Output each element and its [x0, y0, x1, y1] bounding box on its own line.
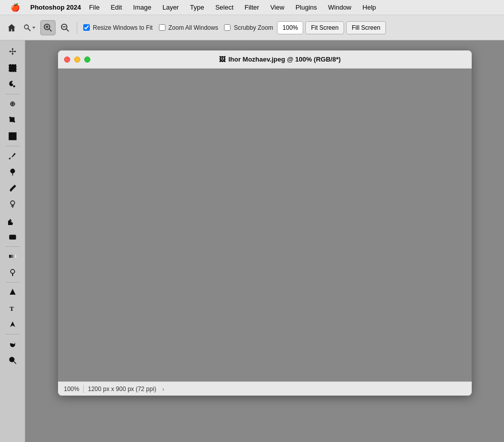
clone-stamp-tool[interactable]: [5, 197, 21, 212]
main-area: T 🖼 Ihor Mozhaev.jpeg @ 100% (RGB/8*): [0, 40, 504, 442]
svg-point-21: [11, 269, 15, 273]
hand-tool[interactable]: [5, 337, 21, 352]
fit-screen-button[interactable]: Fit Screen: [305, 21, 344, 34]
menu-item-view[interactable]: View: [265, 0, 290, 15]
lasso-tool[interactable]: [5, 77, 21, 92]
toolbar-separator-1: [77, 22, 77, 34]
document-title: 🖼 Ihor Mozhaev.jpeg @ 100% (RGB/8*): [94, 56, 466, 63]
zoom-out-icon: [61, 23, 70, 32]
home-button[interactable]: [4, 20, 19, 35]
menu-item-edit[interactable]: Edit: [105, 0, 127, 15]
document-statusbar: 100% 1200 px x 900 px (72 ppi) ›: [58, 381, 472, 396]
dodge-tool[interactable]: [5, 265, 21, 280]
search-icon: [23, 24, 31, 32]
document-canvas[interactable]: [58, 69, 472, 381]
zoom-in-button[interactable]: [40, 20, 55, 35]
pen-tool[interactable]: [5, 285, 21, 300]
svg-line-5: [49, 29, 52, 31]
menu-item-select[interactable]: Select: [210, 0, 239, 15]
eraser-tool[interactable]: [5, 229, 21, 244]
svg-point-10: [13, 85, 15, 87]
move-tool[interactable]: [5, 44, 21, 60]
side-separator-4: [6, 282, 20, 283]
svg-point-0: [24, 25, 28, 29]
menu-item-window[interactable]: Window: [323, 0, 356, 15]
svg-line-8: [67, 29, 69, 31]
svg-rect-15: [11, 134, 15, 138]
document-icon: 🖼: [219, 56, 226, 63]
side-separator-5: [6, 334, 20, 335]
svg-rect-20: [9, 255, 16, 258]
menu-item-image[interactable]: Image: [128, 0, 156, 15]
menu-items: FileEditImageLayerTypeSelectFilterViewPl…: [84, 0, 381, 15]
resize-windows-checkbox-group[interactable]: Resize Windows to Fit: [81, 24, 155, 31]
menu-item-filter[interactable]: Filter: [240, 0, 264, 15]
svg-line-25: [14, 361, 16, 364]
menu-item-type[interactable]: Type: [185, 0, 209, 15]
side-separator-3: [6, 246, 20, 247]
search-dropdown-icon: [31, 25, 36, 30]
brush-tool[interactable]: [5, 181, 21, 196]
menu-item-layer[interactable]: Layer: [157, 0, 184, 15]
side-separator-1: [6, 94, 20, 94]
side-zoom-tool[interactable]: [5, 353, 21, 368]
svg-point-16: [11, 169, 15, 173]
type-tool[interactable]: T: [5, 301, 21, 316]
menu-item-file[interactable]: File: [84, 0, 104, 15]
document-zoom: 100%: [64, 385, 80, 393]
resize-windows-checkbox[interactable]: [83, 24, 90, 31]
maximize-button[interactable]: [84, 57, 90, 63]
crop-tool[interactable]: [5, 113, 21, 128]
svg-rect-9: [9, 65, 16, 72]
minimize-button[interactable]: [74, 57, 80, 63]
fill-screen-button[interactable]: Fill Screen: [346, 21, 386, 34]
zoom-in-icon: [43, 23, 52, 32]
svg-text:T: T: [10, 305, 14, 312]
document-titlebar: 🖼 Ihor Mozhaev.jpeg @ 100% (RGB/8*): [58, 50, 472, 69]
menu-bar: 🍎 Photoshop 2024 FileEditImageLayerTypeS…: [0, 0, 504, 15]
healing-brush-tool[interactable]: [5, 164, 21, 180]
zoom-all-checkbox-group[interactable]: Zoom All Windows: [157, 24, 220, 31]
eyedropper-tool[interactable]: [5, 148, 21, 163]
canvas-area: 🖼 Ihor Mozhaev.jpeg @ 100% (RGB/8*) 100%…: [25, 40, 504, 442]
side-separator-2: [6, 146, 20, 146]
scrubby-zoom-checkbox-group[interactable]: Scrubby Zoom: [222, 24, 275, 31]
close-button[interactable]: [64, 57, 70, 63]
history-brush-tool[interactable]: [5, 213, 21, 228]
frame-tool[interactable]: [5, 129, 21, 144]
app-name: Photoshop 2024: [30, 4, 81, 11]
menu-item-help[interactable]: Help: [358, 0, 381, 15]
document-dimensions: 1200 px x 900 px (72 ppi): [88, 385, 156, 393]
search-button[interactable]: [21, 20, 38, 35]
side-toolbar: T: [0, 40, 25, 442]
svg-line-1: [28, 28, 31, 31]
document-title-text: Ihor Mozhaev.jpeg @ 100% (RGB/8*): [229, 56, 341, 63]
home-icon: [7, 23, 16, 32]
zoom-input[interactable]: 100%: [277, 21, 303, 34]
status-arrow-icon[interactable]: ›: [162, 386, 164, 392]
apple-menu[interactable]: 🍎: [0, 3, 30, 12]
gradient-tool[interactable]: [5, 249, 21, 264]
toolbar: Resize Windows to Fit Zoom All Windows S…: [0, 15, 504, 40]
scrubby-zoom-checkbox[interactable]: [224, 24, 231, 31]
svg-point-17: [10, 190, 12, 192]
path-selection-tool[interactable]: [5, 317, 21, 332]
document-window: 🖼 Ihor Mozhaev.jpeg @ 100% (RGB/8*) 100%…: [58, 50, 472, 396]
zoom-out-button[interactable]: [58, 20, 73, 35]
spot-healing-tool[interactable]: [5, 96, 21, 112]
menu-item-plugins[interactable]: Plugins: [291, 0, 322, 15]
marquee-tool[interactable]: [5, 61, 21, 76]
zoom-all-checkbox[interactable]: [159, 24, 165, 31]
status-separator: [83, 385, 84, 393]
